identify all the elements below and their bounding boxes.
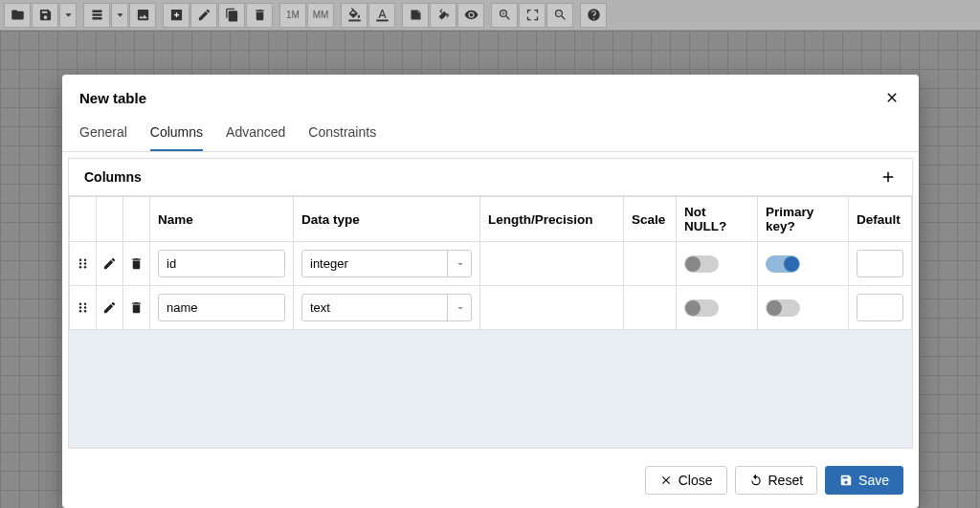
default-input[interactable] <box>857 250 903 277</box>
svg-point-9 <box>79 303 82 306</box>
tab-advanced[interactable]: Advanced <box>226 117 285 151</box>
edit-row-button[interactable] <box>97 286 122 329</box>
delete-button[interactable] <box>246 3 273 28</box>
svg-point-10 <box>84 303 87 306</box>
primary-key-toggle[interactable] <box>766 299 800 317</box>
folder-open-button[interactable] <box>4 3 31 28</box>
add-button[interactable] <box>163 3 189 28</box>
note-button[interactable] <box>402 3 429 28</box>
close-button-label: Close <box>679 473 713 488</box>
svg-rect-2 <box>376 20 389 22</box>
dialog-tabs: General Columns Advanced Constraints <box>62 117 919 152</box>
table-row <box>70 242 912 286</box>
save-button[interactable] <box>32 3 58 28</box>
save-dropdown-button[interactable] <box>59 3 77 28</box>
new-table-dialog: New table General Columns Advanced Const… <box>62 75 919 508</box>
svg-point-8 <box>84 266 87 269</box>
columns-table: Name Data type Length/Precision Scale No… <box>69 196 912 330</box>
column-name-input[interactable] <box>158 250 285 277</box>
table-row <box>70 286 912 330</box>
primary-key-toggle[interactable] <box>766 255 800 273</box>
save-button-label: Save <box>858 473 889 488</box>
scale-cell[interactable] <box>624 242 677 286</box>
reset-button-label: Reset <box>768 473 804 488</box>
zoom-in-button[interactable] <box>491 3 518 28</box>
close-button[interactable]: Close <box>645 466 727 495</box>
svg-point-7 <box>79 266 82 269</box>
svg-point-3 <box>79 259 82 262</box>
svg-rect-1 <box>348 20 361 22</box>
svg-point-5 <box>79 262 82 265</box>
reset-button[interactable]: Reset <box>735 466 818 495</box>
edit-row-button[interactable] <box>97 242 122 285</box>
length-cell[interactable] <box>480 286 624 330</box>
data-type-select[interactable] <box>301 294 472 321</box>
text-color-button[interactable] <box>368 3 395 28</box>
th-scale: Scale <box>624 197 677 242</box>
delete-row-button[interactable] <box>123 286 149 329</box>
image-button[interactable] <box>129 3 156 28</box>
section-title-columns: Columns <box>84 169 142 185</box>
zoom-out-button[interactable] <box>546 3 573 28</box>
tab-general[interactable]: General <box>79 117 127 151</box>
not-null-toggle[interactable] <box>684 255 719 273</box>
drag-handle-icon[interactable] <box>70 242 96 285</box>
th-name: Name <box>150 197 294 242</box>
length-cell[interactable] <box>480 242 624 286</box>
svg-point-6 <box>84 262 87 265</box>
th-not-null: Not NULL? <box>677 197 758 242</box>
fill-color-button[interactable] <box>341 3 368 28</box>
edit-button[interactable] <box>190 3 217 28</box>
one-m-button[interactable]: 1M <box>279 3 306 28</box>
drag-handle-icon[interactable] <box>70 286 96 329</box>
data-type-select[interactable] <box>301 250 472 277</box>
svg-point-12 <box>84 306 87 309</box>
dialog-close-button[interactable] <box>882 88 902 107</box>
not-null-toggle[interactable] <box>684 299 719 317</box>
copy-button[interactable] <box>218 3 245 28</box>
auto-fix-button[interactable] <box>430 3 457 28</box>
sql-dropdown-button[interactable] <box>111 3 128 28</box>
dialog-title: New table <box>79 90 146 106</box>
sql-button[interactable] <box>83 3 110 28</box>
app-toolbar: 1M MM <box>0 0 980 31</box>
mm-button[interactable]: MM <box>307 3 334 28</box>
delete-row-button[interactable] <box>123 242 149 285</box>
zoom-fit-button[interactable] <box>519 3 546 28</box>
th-data-type: Data type <box>294 197 480 242</box>
tab-constraints[interactable]: Constraints <box>308 117 376 151</box>
help-button[interactable] <box>580 3 607 28</box>
scale-cell[interactable] <box>624 286 677 330</box>
default-input[interactable] <box>857 294 903 321</box>
visibility-button[interactable] <box>457 3 484 28</box>
svg-point-11 <box>79 306 82 309</box>
save-button[interactable]: Save <box>825 466 903 495</box>
column-name-input[interactable] <box>158 294 285 321</box>
svg-point-14 <box>84 310 87 313</box>
svg-point-13 <box>79 310 82 313</box>
tab-columns[interactable]: Columns <box>150 117 203 151</box>
th-primary-key: Primary key? <box>758 197 849 242</box>
add-column-button[interactable] <box>880 168 897 186</box>
th-default: Default <box>849 197 912 242</box>
svg-point-4 <box>84 259 87 262</box>
th-length: Length/Precision <box>480 197 624 242</box>
